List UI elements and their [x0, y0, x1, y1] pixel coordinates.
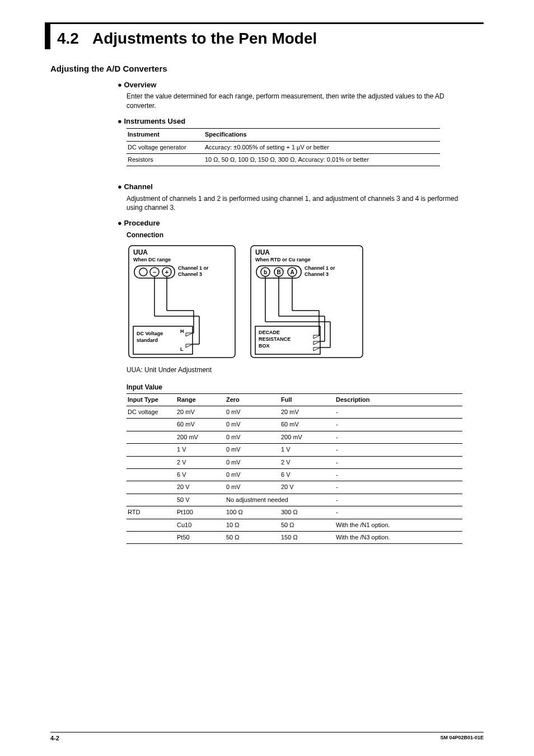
channel-text: Adjustment of channels 1 and 2 is perfor…: [127, 194, 461, 213]
table-row: 20 V0 mV20 V-: [127, 481, 462, 494]
table-row: 6 V0 mV6 V-: [127, 469, 462, 481]
svg-marker-22: [186, 333, 193, 336]
connection-label: Connection: [127, 231, 484, 240]
table-row: Resistors 10 Ω, 50 Ω, 100 Ω, 150 Ω, 300 …: [127, 153, 440, 166]
instruments-th-1: Specifications: [204, 129, 440, 141]
instruments-label: Instruments Used: [118, 116, 484, 126]
instruments-th-0: Instrument: [127, 129, 204, 141]
svg-text:b: b: [264, 269, 267, 275]
iv-th-4: Description: [335, 393, 462, 406]
svg-text:Channel 1 or: Channel 1 or: [178, 265, 209, 271]
section-title-text: Adjustments to the Pen Model: [92, 27, 317, 49]
svg-text:RESISTANCE: RESISTANCE: [259, 336, 291, 342]
svg-text:When DC range: When DC range: [133, 257, 171, 262]
svg-text:+: +: [165, 269, 168, 275]
input-value-label: Input Value: [127, 383, 484, 392]
svg-text:L: L: [180, 346, 184, 352]
svg-text:B: B: [277, 269, 280, 275]
svg-marker-52: [313, 341, 320, 345]
instruments-table: Instrument Specifications DC voltage gen…: [127, 128, 440, 166]
svg-text:When RTD or Cu range: When RTD or Cu range: [255, 257, 311, 262]
svg-text:DECADE: DECADE: [259, 330, 280, 335]
svg-text:DC Voltage: DC Voltage: [137, 331, 163, 336]
table-row: 200 mV0 mV200 mV-: [127, 431, 462, 443]
doc-code: SM 04P02B01-01E: [440, 734, 484, 743]
iv-th-2: Zero: [225, 393, 280, 406]
instruments-cell: Accuracy: ±0.005% of setting + 1 μV or b…: [204, 141, 440, 153]
instruments-cell: DC voltage generator: [127, 141, 204, 153]
section-number: 4.2: [57, 27, 79, 49]
overview-text: Enter the value determined for each rang…: [127, 92, 461, 111]
diagram-rtd-range: UUA When RTD or Cu range b B A Channel 1…: [249, 243, 360, 361]
svg-point-4: [139, 268, 147, 276]
heading-adjusting: Adjusting the A/D Converters: [50, 63, 484, 74]
page-footer: 4-2 SM 04P02B01-01E: [50, 732, 484, 743]
svg-text:Channel 3: Channel 3: [178, 271, 202, 277]
procedure-label: Procedure: [118, 218, 484, 228]
svg-marker-51: [313, 335, 320, 339]
iv-th-1: Range: [176, 393, 225, 406]
overview-label: Overview: [118, 80, 484, 90]
diagram-dc-range: UUA When DC range – + Channel 1 or Chann…: [127, 243, 238, 361]
iv-th-0: Input Type: [127, 393, 176, 406]
table-row: 1 V0 mV1 V-: [127, 444, 462, 456]
svg-marker-53: [313, 348, 320, 351]
table-row: 50 VNo adjustment needed-: [127, 494, 462, 506]
instruments-cell: Resistors: [127, 153, 204, 166]
svg-text:UUA: UUA: [133, 248, 148, 256]
section-title: 4.2 Adjustments to the Pen Model: [45, 22, 484, 49]
title-bar: [45, 22, 50, 49]
svg-text:A: A: [290, 269, 294, 275]
table-row: Cu1010 Ω50 ΩWith the /N1 option.: [127, 519, 462, 531]
table-row: Pt5050 Ω150 ΩWith the /N3 option.: [127, 531, 462, 543]
svg-text:Channel 3: Channel 3: [305, 271, 329, 277]
instruments-cell: 10 Ω, 50 Ω, 100 Ω, 150 Ω, 300 Ω, Accurac…: [204, 153, 440, 166]
svg-marker-23: [186, 344, 193, 348]
svg-text:–: –: [153, 269, 156, 275]
svg-text:Channel 1 or: Channel 1 or: [305, 265, 335, 271]
table-row: DC voltage20 mV0 mV20 mV-: [127, 406, 462, 419]
input-value-table: Input Type Range Zero Full Description D…: [127, 393, 462, 544]
table-row: 60 mV0 mV60 mV-: [127, 419, 462, 431]
svg-text:H: H: [180, 328, 184, 334]
svg-text:UUA: UUA: [255, 248, 270, 256]
svg-text:BOX: BOX: [259, 343, 270, 349]
channel-label: Channel: [118, 182, 484, 192]
page-number: 4-2: [50, 734, 59, 743]
connection-diagrams: UUA When DC range – + Channel 1 or Chann…: [127, 243, 484, 361]
table-row: RTDPt100100 Ω300 Ω-: [127, 506, 462, 519]
svg-text:standard: standard: [137, 337, 158, 343]
uua-caption: UUA: Unit Under Adjustment: [127, 365, 461, 375]
iv-th-3: Full: [280, 393, 335, 406]
table-row: DC voltage generator Accuracy: ±0.005% o…: [127, 141, 440, 153]
table-row: 2 V0 mV2 V-: [127, 456, 462, 468]
